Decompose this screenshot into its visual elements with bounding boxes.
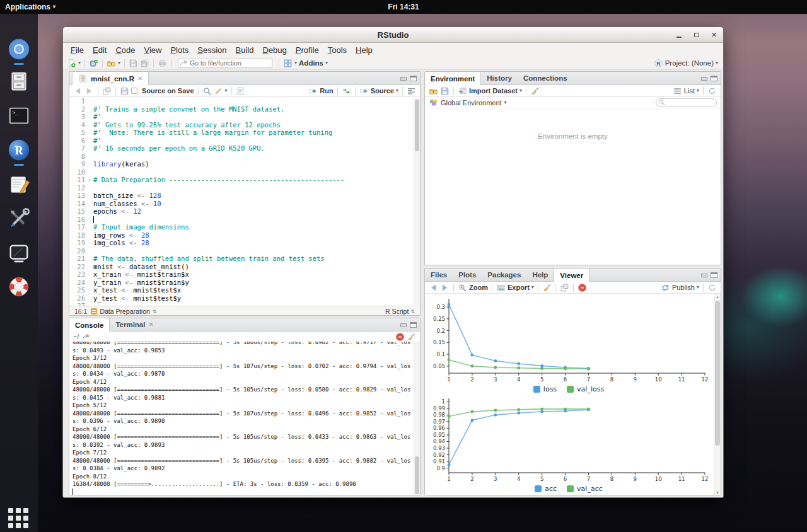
pane-maximize-icon[interactable] bbox=[410, 76, 417, 81]
publish-icon[interactable] bbox=[661, 283, 670, 292]
legend-item[interactable]: acc bbox=[535, 485, 557, 493]
tab-files[interactable]: Files bbox=[425, 269, 453, 281]
save-icon[interactable] bbox=[129, 59, 138, 67]
chevron-down-icon[interactable]: ▾ bbox=[520, 88, 522, 93]
go-to-directory-icon[interactable] bbox=[81, 332, 91, 341]
print-icon[interactable] bbox=[158, 59, 167, 67]
source-on-save-checkbox[interactable] bbox=[131, 88, 137, 94]
forward-icon[interactable] bbox=[440, 283, 450, 292]
popout-icon[interactable] bbox=[102, 86, 112, 95]
tab-viewer[interactable]: Viewer bbox=[554, 269, 589, 282]
dock-item-file-manager[interactable] bbox=[7, 69, 31, 93]
tab-help[interactable]: Help bbox=[526, 269, 554, 281]
tab-terminal[interactable]: Terminal✕ bbox=[110, 318, 159, 331]
chevron-down-icon[interactable]: ▾ bbox=[325, 61, 328, 66]
pane-minimize-icon[interactable] bbox=[400, 323, 407, 327]
tab-plots[interactable]: Plots bbox=[453, 269, 482, 281]
chevron-down-icon[interactable]: ▾ bbox=[396, 88, 398, 93]
dock-item-terminal[interactable]: >_ bbox=[7, 104, 31, 128]
stop-icon[interactable] bbox=[578, 283, 587, 292]
clear-environment-icon[interactable] bbox=[530, 86, 540, 95]
chevron-down-icon[interactable]: ▾ bbox=[225, 88, 228, 93]
environment-scope-selector[interactable]: Global Environment bbox=[441, 99, 502, 107]
close-tab-icon[interactable]: ✕ bbox=[148, 318, 153, 331]
close-tab-icon[interactable]: ✕ bbox=[137, 72, 142, 85]
run-button[interactable]: Run bbox=[320, 87, 333, 95]
maximize-button[interactable] bbox=[692, 31, 700, 39]
clear-console-icon[interactable] bbox=[407, 332, 416, 341]
pane-minimize-icon[interactable] bbox=[701, 77, 707, 81]
close-button[interactable]: ✕ bbox=[710, 31, 718, 39]
tab-console[interactable]: Console bbox=[69, 318, 110, 332]
dock-item-rstudio[interactable]: R bbox=[7, 138, 31, 162]
compile-report-icon[interactable] bbox=[236, 86, 245, 95]
run-icon[interactable] bbox=[308, 86, 318, 95]
refresh-icon[interactable] bbox=[707, 283, 717, 292]
menu-code[interactable]: Code bbox=[111, 43, 139, 57]
code-editor[interactable]: 12#' Trains a simple convnet on the MNIS… bbox=[69, 97, 420, 306]
refresh-icon[interactable] bbox=[707, 86, 717, 95]
tab-connections[interactable]: Connections bbox=[518, 72, 573, 84]
chevron-down-icon[interactable]: ▾ bbox=[294, 61, 297, 66]
working-directory[interactable]: ~/ bbox=[73, 333, 79, 340]
menu-file[interactable]: File bbox=[66, 43, 88, 57]
code-tools-icon[interactable] bbox=[214, 86, 223, 95]
clock[interactable]: Fri 14:31 bbox=[0, 3, 807, 11]
chevron-down-icon[interactable]: ▾ bbox=[716, 61, 718, 66]
load-workspace-icon[interactable] bbox=[429, 86, 438, 95]
pane-maximize-icon[interactable] bbox=[711, 272, 717, 278]
menu-session[interactable]: Session bbox=[193, 43, 231, 57]
new-project-icon[interactable]: R bbox=[89, 59, 98, 67]
chevron-down-icon[interactable]: ▾ bbox=[531, 285, 534, 290]
menu-build[interactable]: Build bbox=[231, 43, 258, 57]
tab-packages[interactable]: Packages bbox=[482, 269, 526, 281]
pane-maximize-icon[interactable] bbox=[711, 76, 717, 81]
open-file-icon[interactable] bbox=[107, 59, 116, 67]
save-icon[interactable] bbox=[120, 86, 129, 95]
clear-viewer-icon[interactable] bbox=[542, 283, 552, 292]
source-run-icon[interactable] bbox=[359, 86, 369, 95]
dock-item-tools[interactable] bbox=[7, 207, 31, 231]
document-outline-icon[interactable] bbox=[407, 86, 416, 95]
editor-scrollbar[interactable] bbox=[414, 98, 420, 306]
dock-item-text-editor[interactable] bbox=[7, 172, 31, 196]
pane-minimize-icon[interactable] bbox=[701, 274, 707, 277]
save-all-icon[interactable] bbox=[140, 59, 149, 67]
chevron-down-icon[interactable]: ▾ bbox=[504, 100, 507, 105]
viewer-scrollbar[interactable]: ▲ ▼ bbox=[714, 294, 721, 495]
tab-mnist-cnn[interactable]: mnist_cnn.R ✕ bbox=[72, 72, 149, 85]
minimize-button[interactable] bbox=[675, 31, 683, 39]
menu-plots[interactable]: Plots bbox=[166, 43, 193, 57]
menu-debug[interactable]: Debug bbox=[258, 43, 291, 57]
rerun-icon[interactable] bbox=[342, 86, 351, 95]
import-dataset-button[interactable]: Import Dataset bbox=[469, 87, 518, 95]
console-output[interactable]: 48000/48000 [===========================… bbox=[69, 342, 420, 495]
export-button[interactable]: Export bbox=[508, 284, 530, 291]
back-icon[interactable] bbox=[429, 283, 438, 292]
list-view-icon[interactable] bbox=[673, 86, 682, 95]
menu-view[interactable]: View bbox=[139, 43, 166, 57]
chevron-down-icon[interactable]: ▾ bbox=[118, 61, 120, 66]
legend-item[interactable]: val_loss bbox=[567, 385, 604, 393]
pane-minimize-icon[interactable] bbox=[400, 77, 407, 81]
environment-search-input[interactable] bbox=[667, 98, 711, 107]
addins-button[interactable]: Addins bbox=[299, 59, 323, 67]
project-selector[interactable]: Project: (None) bbox=[665, 59, 714, 67]
pane-maximize-icon[interactable] bbox=[410, 322, 417, 328]
find-icon[interactable] bbox=[202, 86, 212, 95]
popout-icon[interactable] bbox=[560, 283, 569, 292]
dock-item-display-settings[interactable] bbox=[7, 241, 31, 265]
scroll-up-icon[interactable]: ▲ bbox=[714, 294, 721, 300]
menu-edit[interactable]: Edit bbox=[88, 43, 111, 57]
show-applications-button[interactable] bbox=[8, 508, 30, 529]
publish-button[interactable]: Publish bbox=[672, 284, 695, 291]
environment-search[interactable] bbox=[656, 98, 717, 107]
chevron-down-icon[interactable]: ▾ bbox=[78, 61, 81, 66]
tab-history[interactable]: History bbox=[481, 72, 518, 84]
zoom-icon[interactable] bbox=[458, 283, 467, 292]
section-navigator[interactable]: Data Preparation ⇅ bbox=[91, 308, 156, 315]
legend-item[interactable]: val_acc bbox=[567, 485, 603, 493]
forward-icon[interactable] bbox=[84, 86, 94, 95]
menu-tools[interactable]: Tools bbox=[323, 43, 351, 57]
legend-item[interactable]: loss bbox=[533, 385, 557, 393]
